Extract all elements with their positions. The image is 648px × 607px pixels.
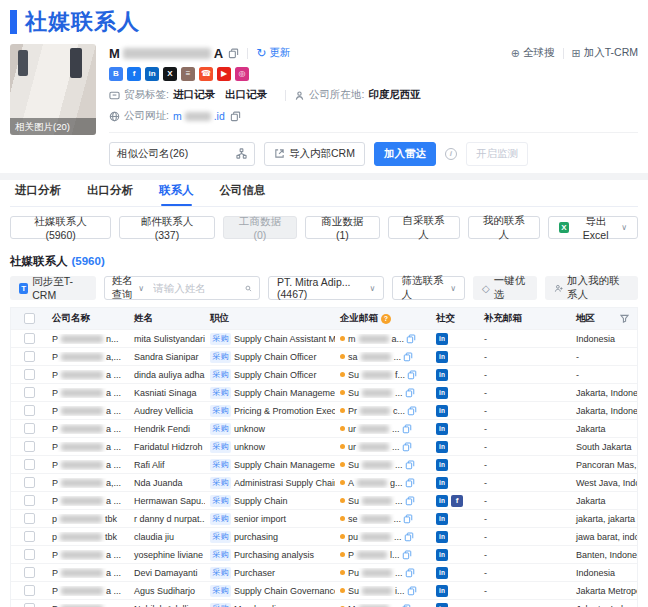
contact-type-chip-0[interactable]: 社媒联系人(5960) <box>10 216 111 239</box>
linkedin-icon[interactable]: in <box>436 423 448 435</box>
forum-icon[interactable]: ≡ <box>181 67 195 81</box>
search-icon[interactable] <box>245 283 252 294</box>
row-checkbox[interactable] <box>24 405 35 416</box>
row-checkbox[interactable] <box>24 513 35 524</box>
copy-icon[interactable] <box>407 586 417 596</box>
row-checkbox[interactable] <box>24 459 35 470</box>
global-search-button[interactable]: ⊕全球搜 <box>511 46 555 60</box>
copy-icon[interactable] <box>405 478 415 488</box>
add-my-contacts-button[interactable]: 加入我的联系人 <box>545 276 638 300</box>
youtube-icon[interactable]: ▶ <box>217 67 231 81</box>
join-tcrm-button[interactable]: ⊞加入T-CRM <box>572 46 638 60</box>
linkedin-icon[interactable]: in <box>436 549 448 561</box>
contact-type-chip-1[interactable]: 邮件联系人(337) <box>119 216 215 239</box>
help-icon[interactable]: ? <box>381 314 391 324</box>
instagram-icon[interactable]: ◎ <box>235 67 249 81</box>
table-row[interactable]: Pa,... Sandra Sianipar 采购Supply Chain Of… <box>11 347 637 365</box>
copy-icon[interactable] <box>407 370 417 380</box>
contact-type-chip-5[interactable]: 我的联系人 <box>468 216 540 239</box>
table-row[interactable]: Pa ... yosephine liviane 采购Purchasing an… <box>11 545 637 563</box>
table-row[interactable]: Pa ... Agus Sudiharjo 采购Supply Chain Gov… <box>11 581 637 599</box>
row-checkbox[interactable] <box>24 387 35 398</box>
contact-type-chip-4[interactable]: 自采联系人 <box>388 216 460 239</box>
linkedin-icon[interactable]: in <box>436 513 448 525</box>
name-search-input[interactable] <box>153 282 245 294</box>
linkedin-icon[interactable]: in <box>436 459 448 471</box>
join-radar-button[interactable]: 加入雷达 <box>374 142 436 166</box>
table-row[interactable]: Pa ... Rafi Alif 采购Supply Chain Manageme… <box>11 455 637 473</box>
table-row[interactable]: ptbk claudia jiu 采购purchasing pu... in -… <box>11 527 637 545</box>
linkedin-icon[interactable]: in <box>436 585 448 597</box>
table-row[interactable]: Pa ... Hendrik Fendi 采购unknow ur... in -… <box>11 419 637 437</box>
table-row[interactable]: Pa ... Hermawan Sapu... 采购Supply Chain S… <box>11 491 637 509</box>
contact-type-chip-2[interactable]: 工商数据(0) <box>223 216 297 239</box>
table-row[interactable]: Pa ... Nabilah Adellia 采购Merchandiser M.… <box>11 599 637 607</box>
copy-icon[interactable] <box>403 514 413 524</box>
linkedin-icon[interactable]: in <box>436 567 448 579</box>
company-select[interactable]: PT. Mitra Adip...(4467)∨ <box>268 276 384 300</box>
import-crm-button[interactable]: 导入内部CRM <box>264 142 365 166</box>
table-row[interactable]: Pa ... dinda auliya adha 采购Supply Chain … <box>11 365 637 383</box>
copy-icon[interactable] <box>402 424 412 434</box>
trade-tag-import[interactable]: 进口记录 <box>173 88 215 102</box>
linkedin-icon[interactable]: in <box>436 603 448 607</box>
start-monitor-button[interactable]: 开启监测 <box>466 142 528 166</box>
tab-1[interactable]: 出口分析 <box>87 183 133 206</box>
copy-icon[interactable] <box>405 388 415 398</box>
copy-icon[interactable] <box>228 48 239 59</box>
copy-icon[interactable] <box>405 460 415 470</box>
linkedin-icon[interactable]: in <box>436 477 448 489</box>
row-checkbox[interactable] <box>24 531 35 542</box>
row-checkbox[interactable] <box>24 333 35 344</box>
table-row[interactable]: ptbk r danny d nurpat... 采购senior import… <box>11 509 637 527</box>
table-row[interactable]: Pa ... Audrey Vellicia 采购Pricing & Promo… <box>11 401 637 419</box>
copy-icon[interactable] <box>230 111 241 122</box>
tab-0[interactable]: 进口分析 <box>15 183 61 206</box>
row-checkbox[interactable] <box>24 567 35 578</box>
sync-tcrm-button[interactable]: T同步至T-CRM <box>10 276 96 300</box>
export-excel-button[interactable]: X 导出 Excel∨ <box>548 216 638 239</box>
linkedin-icon[interactable]: in <box>436 441 448 453</box>
linkedin-icon[interactable]: in <box>436 495 448 507</box>
linkedin-icon[interactable]: in <box>436 405 448 417</box>
company-photo[interactable]: 相关图片(20) <box>10 44 96 135</box>
tab-2[interactable]: 联系人 <box>159 183 194 206</box>
row-checkbox[interactable] <box>24 585 35 596</box>
refresh-button[interactable]: ↻更新 <box>256 46 290 60</box>
table-row[interactable]: Pa ... Kasniati Sinaga 采购Supply Chain Ma… <box>11 383 637 401</box>
row-checkbox[interactable] <box>24 495 35 506</box>
copy-icon[interactable] <box>404 532 414 542</box>
linkedin-icon[interactable]: in <box>436 369 448 381</box>
linkedin-icon[interactable]: in <box>436 333 448 345</box>
row-checkbox[interactable] <box>24 423 35 434</box>
row-checkbox[interactable] <box>24 369 35 380</box>
phone-icon[interactable]: ☎ <box>199 67 213 81</box>
table-row[interactable]: Pa,... Nda Juanda 采购Administrasi Supply … <box>11 473 637 491</box>
linkedin-icon[interactable]: in <box>436 351 448 363</box>
quick-select-button[interactable]: ◇一键优选 <box>473 276 537 300</box>
linkedin-icon[interactable]: in <box>436 531 448 543</box>
linkedin-icon[interactable]: in <box>145 67 159 81</box>
table-row[interactable]: Pn... mita Sulistyandari 采购Supply Chain … <box>11 329 637 347</box>
copy-icon[interactable] <box>402 550 412 560</box>
name-query-dropdown[interactable]: 姓名查询∨ <box>112 274 144 302</box>
copy-icon[interactable] <box>403 352 413 362</box>
x-icon[interactable]: X <box>163 67 177 81</box>
copy-icon[interactable] <box>402 442 412 452</box>
copy-icon[interactable] <box>406 334 416 344</box>
info-icon[interactable]: i <box>445 148 457 160</box>
row-checkbox[interactable] <box>24 477 35 488</box>
copy-icon[interactable] <box>405 496 415 506</box>
row-checkbox[interactable] <box>24 351 35 362</box>
facebook-icon[interactable]: f <box>451 495 463 507</box>
row-checkbox[interactable] <box>24 549 35 560</box>
row-checkbox[interactable] <box>24 441 35 452</box>
tab-3[interactable]: 公司信息 <box>220 183 266 206</box>
filter-contacts-dropdown[interactable]: 筛选联系人∨ <box>392 276 465 300</box>
filter-icon[interactable] <box>620 314 629 323</box>
facebook-icon[interactable]: f <box>127 67 141 81</box>
copy-icon[interactable] <box>401 604 411 607</box>
copy-icon[interactable] <box>407 406 417 416</box>
contact-type-chip-3[interactable]: 商业数据(1) <box>305 216 379 239</box>
blog-icon[interactable]: B <box>109 67 123 81</box>
